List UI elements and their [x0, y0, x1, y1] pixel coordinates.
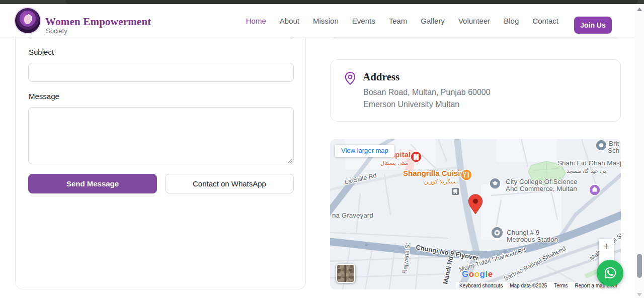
- label-masjid: Shahi Eid Ghah Masj: [557, 159, 621, 167]
- keyboard-shortcuts-link[interactable]: Keyboard shortcuts: [456, 283, 506, 288]
- college-icon[interactable]: [490, 178, 501, 189]
- nav-item-events[interactable]: Events: [352, 17, 375, 25]
- address-line-2: Emerson University Multan: [363, 100, 459, 109]
- scrollbar-thumb[interactable]: [637, 254, 642, 278]
- map-attribution-bar: Keyboard shortcuts Map data ©2025 Terms …: [456, 282, 621, 289]
- subject-input[interactable]: [28, 63, 294, 82]
- brand-subtitle: Society: [46, 27, 67, 35]
- label-station-2: Metrobus Station: [507, 236, 558, 243]
- address-title: Address: [363, 71, 399, 83]
- subject-label: Subject: [29, 48, 54, 56]
- nav-item-home[interactable]: Home: [246, 17, 266, 25]
- map-data-label: Map data ©2025: [506, 283, 550, 288]
- whatsapp-icon: [603, 266, 618, 281]
- send-message-button[interactable]: Send Message: [28, 174, 157, 193]
- map-zoom-in-button[interactable]: +: [599, 239, 614, 253]
- label-restaurant-urdu: شنگریلا کوزین: [424, 178, 457, 185]
- hospital-icon[interactable]: H: [411, 151, 422, 162]
- label-restaurant: Shangrilla Cuisine: [403, 169, 469, 177]
- label-hospital-urdu: سٹی بسپتال: [380, 160, 409, 166]
- brand-logo[interactable]: [15, 8, 40, 33]
- join-us-button[interactable]: Join Us: [574, 17, 612, 34]
- metro-station-icon[interactable]: [491, 227, 503, 239]
- nav-item-contact[interactable]: Contact: [532, 17, 558, 25]
- google-logo[interactable]: Google: [462, 269, 493, 279]
- logo-woman-face: [24, 15, 31, 24]
- nav-item-blog[interactable]: Blog: [504, 17, 519, 25]
- nav-item-team[interactable]: Team: [389, 17, 408, 25]
- scrollbar-down-arrow-icon[interactable]: [637, 293, 642, 296]
- top-dark-pill: [65, 0, 638, 4]
- message-label: Message: [29, 92, 59, 101]
- label-school-1: Brit: [609, 140, 619, 147]
- address-line-1: Bosan Road, Multan, Punjab 60000: [363, 88, 491, 97]
- restaurant-icon[interactable]: [461, 169, 472, 180]
- contact-whatsapp-button[interactable]: Contact on WhatsApp: [165, 174, 294, 193]
- nav-item-gallery[interactable]: Gallery: [421, 17, 445, 25]
- scrollbar-up-arrow-icon[interactable]: [637, 8, 642, 11]
- contact-form-card: Subject Message Send Message Contact on …: [15, 20, 306, 289]
- mosque-icon[interactable]: [589, 184, 600, 195]
- svg-text:H: H: [414, 154, 419, 161]
- label-school-2: Sch: [608, 147, 619, 154]
- top-dark-strip: [0, 0, 644, 4]
- page-scrollbar[interactable]: [635, 4, 644, 298]
- label-station-1: Chungi # 9: [507, 229, 539, 236]
- nav-item-mission[interactable]: Mission: [313, 17, 339, 25]
- whatsapp-floating-button[interactable]: [597, 260, 623, 286]
- view-larger-map-button[interactable]: View larger map: [335, 145, 394, 157]
- nav-item-volunteer[interactable]: Volunteer: [458, 17, 490, 25]
- main-nav: Home About Mission Events Team Gallery V…: [246, 4, 558, 38]
- nav-item-about[interactable]: About: [280, 17, 299, 25]
- google-map-embed[interactable]: La Salle Rd na Graveyard Chungi No 9 Fly…: [330, 139, 621, 289]
- location-pin-icon: [345, 72, 356, 85]
- map-canvas[interactable]: La Salle Rd na Graveyard Chungi No 9 Fly…: [330, 139, 621, 289]
- brand-title: Women Empowerment: [45, 16, 151, 28]
- message-textarea[interactable]: [28, 107, 294, 164]
- label-graveyard: na Graveyard: [332, 212, 373, 219]
- label-college-2: And Commerce, Multan: [506, 185, 577, 192]
- address-card: Address Bosan Road, Multan, Punjab 60000…: [330, 59, 621, 122]
- terms-link[interactable]: Terms: [550, 283, 571, 288]
- bus-stop-icon[interactable]: [451, 187, 459, 195]
- label-college-1: City College Of Science: [506, 178, 578, 185]
- school-icon[interactable]: [596, 140, 607, 151]
- site-header: Women Empowerment Society Home About Mis…: [0, 4, 635, 38]
- satellite-layer-toggle[interactable]: [336, 264, 355, 283]
- label-masjid-urdu: بی عید گاہ مسجد: [567, 168, 606, 174]
